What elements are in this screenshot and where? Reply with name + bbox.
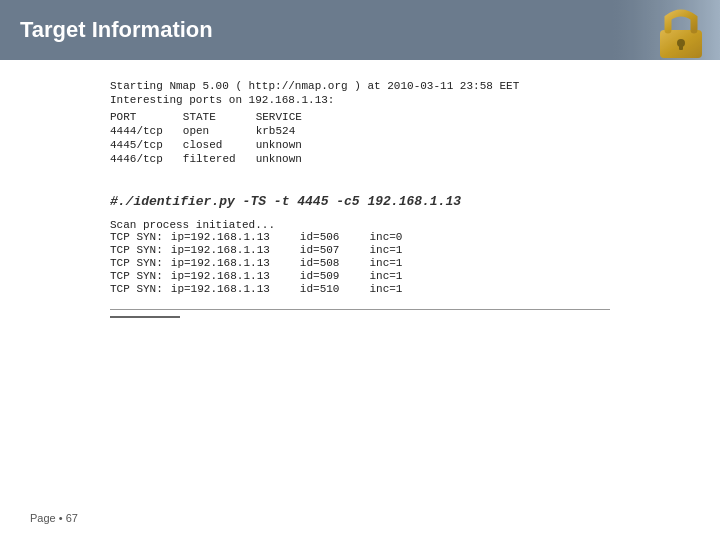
table-header-row: PORT STATE SERVICE [110, 110, 322, 124]
scan-inc: inc=0 [369, 231, 402, 243]
scan-id: id=506 [300, 231, 340, 243]
page-footer: Page • 67 [30, 512, 78, 524]
col-state: STATE [183, 110, 256, 124]
table-cell: 4444/tcp [110, 124, 183, 138]
svg-rect-3 [679, 43, 683, 50]
scan-id: id=510 [300, 283, 340, 295]
scan-line: TCP SYN:ip=192.168.1.13id=508inc=1 [110, 257, 610, 269]
scan-line-left: TCP SYN:ip=192.168.1.13 [110, 231, 270, 243]
col-service: SERVICE [256, 110, 322, 124]
command-line: #./identifier.py -TS -t 4445 -c5 192.168… [110, 194, 610, 209]
scan-line: TCP SYN:ip=192.168.1.13id=507inc=1 [110, 244, 610, 256]
scan-label: TCP SYN: [110, 283, 163, 295]
scan-label: TCP SYN: [110, 270, 163, 282]
footer-bullet: • [59, 512, 63, 524]
page-label: Page [30, 512, 56, 524]
scan-line-left: TCP SYN:ip=192.168.1.13 [110, 270, 270, 282]
page-number: 67 [66, 512, 78, 524]
table-cell: filtered [183, 152, 256, 166]
scan-line: TCP SYN:ip=192.168.1.13id=506inc=0 [110, 231, 610, 243]
scan-ip: ip=192.168.1.13 [171, 231, 270, 243]
scan-line-left: TCP SYN:ip=192.168.1.13 [110, 257, 270, 269]
scan-block: Scan process initiated... TCP SYN:ip=192… [110, 219, 610, 295]
scan-line-left: TCP SYN:ip=192.168.1.13 [110, 244, 270, 256]
table-row: 4446/tcpfilteredunknown [110, 152, 322, 166]
ports-table: PORT STATE SERVICE 4444/tcpopenkrb524444… [110, 110, 610, 166]
scan-inc: inc=1 [369, 270, 402, 282]
table-cell: 4445/tcp [110, 138, 183, 152]
table-cell: unknown [256, 138, 322, 152]
scan-line-left: TCP SYN:ip=192.168.1.13 [110, 283, 270, 295]
lock-icon [600, 0, 720, 60]
scan-ip: ip=192.168.1.13 [171, 283, 270, 295]
page-header: Target Information [0, 0, 720, 60]
scan-ip: ip=192.168.1.13 [171, 270, 270, 282]
scan-label: TCP SYN: [110, 231, 163, 243]
table-cell: 4446/tcp [110, 152, 183, 166]
sub-divider [110, 316, 180, 318]
scan-id: id=507 [300, 244, 340, 256]
scan-label: TCP SYN: [110, 244, 163, 256]
nmap-interesting-ports-line: Interesting ports on 192.168.1.13: [110, 94, 610, 106]
page-title: Target Information [20, 17, 213, 43]
scan-line: TCP SYN:ip=192.168.1.13id=509inc=1 [110, 270, 610, 282]
table-cell: krb524 [256, 124, 322, 138]
scan-initiated: Scan process initiated... [110, 219, 610, 231]
scan-inc: inc=1 [369, 244, 402, 256]
table-cell: unknown [256, 152, 322, 166]
table-row: 4444/tcpopenkrb524 [110, 124, 322, 138]
table-cell: open [183, 124, 256, 138]
scan-label: TCP SYN: [110, 257, 163, 269]
table-cell: closed [183, 138, 256, 152]
header-lock-decoration [560, 0, 720, 60]
main-divider [110, 309, 610, 310]
col-port: PORT [110, 110, 183, 124]
scan-id: id=509 [300, 270, 340, 282]
scan-ip: ip=192.168.1.13 [171, 257, 270, 269]
scan-line: TCP SYN:ip=192.168.1.13id=510inc=1 [110, 283, 610, 295]
scan-inc: inc=1 [369, 257, 402, 269]
nmap-start-line: Starting Nmap 5.00 ( http://nmap.org ) a… [110, 80, 610, 92]
scan-inc: inc=1 [369, 283, 402, 295]
main-content: Starting Nmap 5.00 ( http://nmap.org ) a… [0, 60, 720, 338]
scan-id: id=508 [300, 257, 340, 269]
scan-ip: ip=192.168.1.13 [171, 244, 270, 256]
table-row: 4445/tcpclosedunknown [110, 138, 322, 152]
